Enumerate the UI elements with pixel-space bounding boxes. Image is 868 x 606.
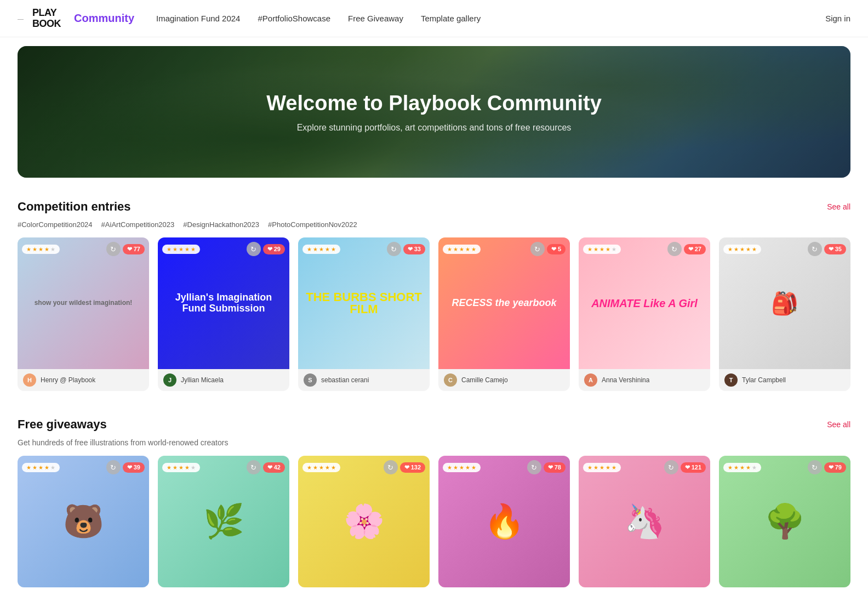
card-1-author: Henry @ Playbook bbox=[41, 376, 95, 384]
competition-card-2[interactable]: Jyllian's Imagination Fund Submission ★★… bbox=[158, 237, 289, 391]
card-3-meta: S sebastian cerani bbox=[298, 369, 430, 391]
nav-template-gallery[interactable]: Template gallery bbox=[421, 14, 481, 23]
competition-card-3[interactable]: THE BURBS SHORT FILM ★★★★★ ↻ ❤ 33 S seba… bbox=[298, 237, 430, 391]
nav-imagination-fund[interactable]: Imagination Fund 2024 bbox=[156, 14, 240, 23]
giveaway-card-1[interactable]: 🐻 ★★★★★ ↻ ❤ 39 bbox=[18, 456, 149, 587]
hero-banner: Welcome to Playbook Community Explore st… bbox=[18, 46, 850, 178]
hero-subtitle: Explore stunning portfolios, art competi… bbox=[297, 123, 572, 133]
card-2-thumb: Jyllian's Imagination Fund Submission ★★… bbox=[158, 237, 289, 369]
tag-ai-art[interactable]: #AiArtCompetition2023 bbox=[101, 220, 175, 229]
competition-card-5[interactable]: ANIMATE Like A Girl ★★★★★ ↻ ❤ 27 A Anna … bbox=[579, 237, 710, 391]
giveaways-see-all[interactable]: See all bbox=[827, 420, 850, 429]
competition-card-6[interactable]: 🎒 ★★★★★ ↻ ❤ 35 T Tylar Campbell bbox=[719, 237, 850, 391]
competition-section-header: Competition entries See all bbox=[18, 200, 850, 214]
giveaway-card-4-thumb: 🔥 ★★★★★ ↻ ❤ 78 bbox=[438, 456, 570, 587]
giveaway-card-5-image: 🦄 bbox=[579, 456, 710, 587]
giveaway-card-6-thumb: 🌳 ★★★★★ ↻ ❤ 79 bbox=[719, 456, 850, 587]
giveaway-card-6[interactable]: 🌳 ★★★★★ ↻ ❤ 79 bbox=[719, 456, 850, 587]
competition-section-title: Competition entries bbox=[18, 200, 131, 214]
tag-photo-competition[interactable]: #PhotoCompetitionNov2022 bbox=[268, 220, 357, 229]
nav-free-giveaway[interactable]: Free Giveaway bbox=[348, 14, 403, 23]
giveaway-card-4[interactable]: 🔥 ★★★★★ ↻ ❤ 78 bbox=[438, 456, 570, 587]
giveaway-card-2-thumb: 🌿 ★★★★★ ↻ ❤ 42 bbox=[158, 456, 289, 587]
header-left: — PLAY BOOK Community bbox=[18, 8, 134, 30]
card-2-image: Jyllian's Imagination Fund Submission bbox=[158, 237, 289, 369]
card-6-meta: T Tylar Campbell bbox=[719, 369, 850, 391]
giveaway-card-6-image: 🌳 bbox=[719, 456, 850, 587]
menu-icon[interactable]: — bbox=[18, 15, 24, 22]
card-4-avatar: C bbox=[444, 373, 457, 387]
giveaway-card-4-image: 🔥 bbox=[438, 456, 570, 587]
giveaways-description: Get hundreds of free illustrations from … bbox=[18, 438, 850, 447]
card-1-meta: H Henry @ Playbook bbox=[18, 369, 149, 391]
card-4-meta: C Camille Camejo bbox=[438, 369, 570, 391]
card-1-thumb: show your wildest imagination! ★★★★★ ↻ ❤… bbox=[18, 237, 149, 369]
nav-portfolio-showcase[interactable]: #PortfolioShowcase bbox=[258, 14, 330, 23]
giveaway-card-5-thumb: 🦄 ★★★★★ ↻ ❤ 121 bbox=[579, 456, 710, 587]
competition-cards-row: show your wildest imagination! ★★★★★ ↻ ❤… bbox=[18, 237, 850, 400]
competition-tags: #ColorCompetition2024 #AiArtCompetition2… bbox=[18, 220, 850, 229]
competition-section: Competition entries See all #ColorCompet… bbox=[0, 186, 868, 404]
card-4-thumb: RECESS the yearbook ★★★★★ ↻ ❤ 5 bbox=[438, 237, 570, 369]
sign-in-button[interactable]: Sign in bbox=[825, 14, 850, 23]
card-3-thumb: THE BURBS SHORT FILM ★★★★★ ↻ ❤ 33 bbox=[298, 237, 430, 369]
card-2-avatar: J bbox=[163, 373, 176, 387]
giveaway-card-1-image: 🐻 bbox=[18, 456, 149, 587]
card-1-avatar: H bbox=[23, 373, 36, 387]
giveaways-section: Free giveaways See all Get hundreds of f… bbox=[0, 404, 868, 601]
header: — PLAY BOOK Community Imagination Fund 2… bbox=[0, 0, 868, 37]
giveaway-card-3-image: 🌸 bbox=[298, 456, 430, 587]
giveaway-card-5[interactable]: 🦄 ★★★★★ ↻ ❤ 121 bbox=[579, 456, 710, 587]
giveaways-section-header: Free giveaways See all bbox=[18, 417, 850, 432]
card-5-image: ANIMATE Like A Girl bbox=[579, 237, 710, 369]
logo[interactable]: PLAY BOOK bbox=[32, 8, 61, 30]
hero-title: Welcome to Playbook Community bbox=[266, 91, 602, 116]
card-5-avatar: A bbox=[584, 373, 597, 387]
card-4-image: RECESS the yearbook bbox=[438, 237, 570, 369]
giveaway-card-3-thumb: 🌸 ★★★★★ ↻ ❤ 132 bbox=[298, 456, 430, 587]
giveaway-card-2-image: 🌿 bbox=[158, 456, 289, 587]
card-5-author: Anna Vershinina bbox=[602, 376, 649, 384]
competition-card-1[interactable]: show your wildest imagination! ★★★★★ ↻ ❤… bbox=[18, 237, 149, 391]
giveaway-card-2[interactable]: 🌿 ★★★★★ ↻ ❤ 42 bbox=[158, 456, 289, 587]
card-6-thumb: 🎒 ★★★★★ ↻ ❤ 35 bbox=[719, 237, 850, 369]
giveaway-card-1-thumb: 🐻 ★★★★★ ↻ ❤ 39 bbox=[18, 456, 149, 587]
tag-design-hackathon[interactable]: #DesignHackathon2023 bbox=[183, 220, 259, 229]
card-6-author: Tylar Campbell bbox=[742, 376, 786, 384]
giveaways-cards-row: 🐻 ★★★★★ ↻ ❤ 39 🌿 bbox=[18, 456, 850, 596]
community-label: Community bbox=[74, 12, 134, 25]
card-4-author: Camille Camejo bbox=[461, 376, 508, 384]
card-2-meta: J Jyllian Micaela bbox=[158, 369, 289, 391]
giveaway-card-3[interactable]: 🌸 ★★★★★ ↻ ❤ 132 bbox=[298, 456, 430, 587]
card-6-avatar: T bbox=[724, 373, 738, 387]
hero-overlay: Welcome to Playbook Community Explore st… bbox=[18, 46, 850, 178]
main-nav: Imagination Fund 2024 #PortfolioShowcase… bbox=[156, 14, 481, 23]
card-5-meta: A Anna Vershinina bbox=[579, 369, 710, 391]
card-3-author: sebastian cerani bbox=[321, 376, 369, 384]
card-2-author: Jyllian Micaela bbox=[181, 376, 224, 384]
card-3-avatar: S bbox=[304, 373, 317, 387]
card-1-image: show your wildest imagination! bbox=[18, 237, 149, 369]
card-5-thumb: ANIMATE Like A Girl ★★★★★ ↻ ❤ 27 bbox=[579, 237, 710, 369]
card-3-image: THE BURBS SHORT FILM bbox=[298, 237, 430, 369]
competition-card-4[interactable]: RECESS the yearbook ★★★★★ ↻ ❤ 5 C Camill… bbox=[438, 237, 570, 391]
tag-color-competition[interactable]: #ColorCompetition2024 bbox=[18, 220, 93, 229]
competition-see-all[interactable]: See all bbox=[827, 202, 850, 211]
card-6-image: 🎒 bbox=[719, 237, 850, 369]
giveaways-section-title: Free giveaways bbox=[18, 417, 107, 432]
